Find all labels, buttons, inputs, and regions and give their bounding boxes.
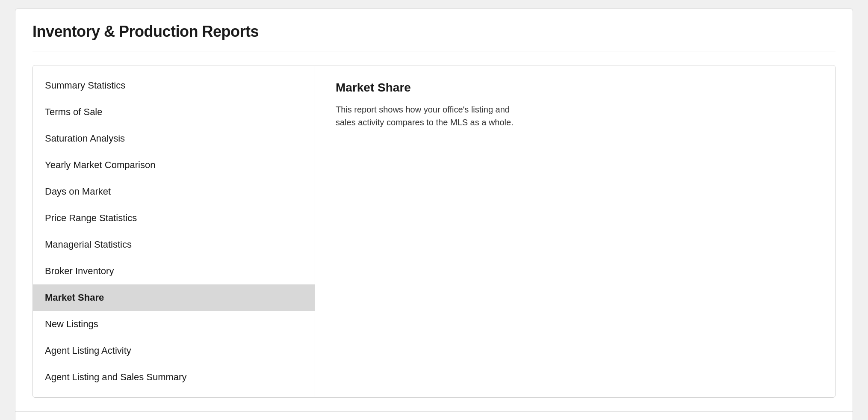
- list-item-summary-statistics[interactable]: Summary Statistics: [33, 72, 315, 99]
- list-item-days-on-market[interactable]: Days on Market: [33, 178, 315, 205]
- main-card: Inventory & Production Reports Summary S…: [15, 9, 853, 420]
- list-item-price-range-statistics[interactable]: Price Range Statistics: [33, 205, 315, 231]
- list-item-broker-inventory[interactable]: Broker Inventory: [33, 258, 315, 284]
- list-item-agent-listing-activity[interactable]: Agent Listing Activity: [33, 337, 315, 364]
- list-panel: Summary StatisticsTerms of SaleSaturatio…: [33, 65, 315, 397]
- list-item-saturation-analysis[interactable]: Saturation Analysis: [33, 125, 315, 152]
- list-item-terms-of-sale[interactable]: Terms of Sale: [33, 99, 315, 125]
- content-area: Summary StatisticsTerms of SaleSaturatio…: [15, 51, 853, 411]
- list-item-market-share[interactable]: Market Share: [33, 284, 315, 311]
- detail-panel: Market Share This report shows how your …: [315, 65, 835, 397]
- page-header: Inventory & Production Reports: [15, 9, 853, 51]
- list-item-new-listings[interactable]: New Listings: [33, 311, 315, 337]
- list-item-agent-listing-and-sales-summary[interactable]: Agent Listing and Sales Summary: [33, 364, 315, 390]
- content-card: Summary StatisticsTerms of SaleSaturatio…: [32, 65, 836, 398]
- detail-description: This report shows how your office's list…: [336, 103, 515, 129]
- list-item-yearly-market-comparison[interactable]: Yearly Market Comparison: [33, 152, 315, 178]
- page-title: Inventory & Production Reports: [32, 23, 836, 41]
- footer-area: VIEW SAMPLE RUN REPORT: [15, 411, 853, 420]
- outer-container: Inventory & Production Reports Summary S…: [0, 0, 868, 420]
- detail-title: Market Share: [336, 81, 815, 95]
- list-item-managerial-statistics[interactable]: Managerial Statistics: [33, 231, 315, 258]
